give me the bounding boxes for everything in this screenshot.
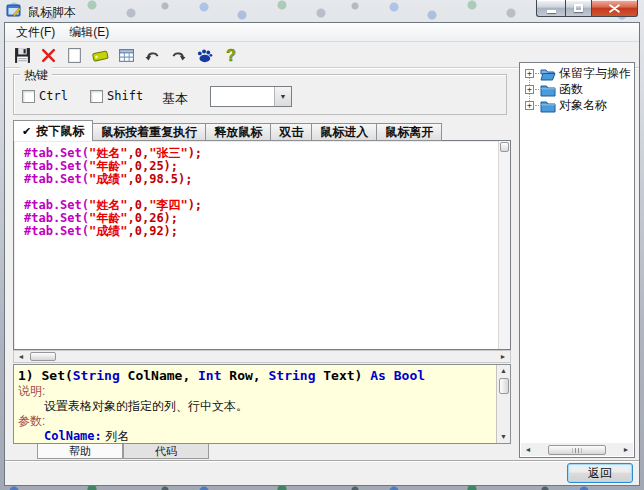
scroll-right-icon[interactable]: ► — [496, 353, 510, 360]
shift-checkbox[interactable]: Shift — [90, 89, 143, 103]
code-token: ,0,92); — [127, 224, 178, 238]
scrollbar-track[interactable] — [535, 445, 619, 455]
chevron-down-icon[interactable]: ▼ — [274, 87, 291, 106]
event-tab-4[interactable]: 鼠标进入 — [312, 123, 377, 141]
ctrl-checkbox[interactable]: Ctrl — [22, 89, 68, 103]
tree-item-2[interactable]: +对象名称 — [520, 97, 634, 113]
code-text[interactable]: #tab.Set("姓名",0,"张三");#tab.Set("年龄",0,25… — [24, 147, 496, 349]
scroll-up-icon[interactable]: ▲ — [497, 365, 510, 377]
event-tab-3[interactable]: 双击 — [271, 123, 312, 141]
event-tab-label: 释放鼠标 — [214, 124, 262, 141]
bottom-tab-help[interactable]: 帮助 — [37, 444, 123, 459]
help-text: 设置表格对象的指定的列、行中文本。 — [44, 399, 248, 413]
save-button[interactable] — [11, 45, 33, 66]
code-token: #tab.Set( — [24, 198, 89, 212]
close-button[interactable] — [592, 0, 638, 17]
folder-closed-icon — [540, 99, 556, 112]
scroll-left-icon[interactable]: ◄ — [521, 446, 535, 453]
footer-divider — [5, 460, 639, 462]
minimize-button[interactable] — [536, 0, 565, 17]
event-tab-0[interactable]: ✔按下鼠标 — [13, 120, 93, 141]
editor-horizontal-scrollbar[interactable]: ◄ ► — [13, 350, 511, 363]
delete-button[interactable] — [37, 45, 59, 66]
checkbox-box-icon — [90, 90, 103, 103]
titlebar[interactable]: 鼠标脚本 — [0, 0, 644, 22]
hotkey-dropdown-value — [211, 87, 274, 106]
help-signature-token: ColName, — [120, 368, 198, 383]
code-token: "姓名" — [89, 198, 127, 212]
scrollbar-thumb[interactable] — [500, 142, 509, 152]
code-token: #tab.Set( — [24, 159, 89, 173]
menu-item-0[interactable]: 文件(F) — [9, 22, 62, 43]
code-token: "李四" — [149, 198, 187, 212]
scrollbar-thumb[interactable] — [548, 445, 606, 455]
paw-button[interactable] — [193, 45, 215, 66]
reference-tree-panel: +保留字与操作+函数+对象名称 ◄ ► — [519, 62, 635, 458]
code-token: ,0,26); — [127, 211, 178, 225]
code-token: "成绩" — [89, 224, 127, 238]
tree-item-label: 保留字与操作 — [559, 65, 631, 82]
help-panel: 1) Set(String ColName, Int Row, String T… — [13, 364, 511, 444]
code-token: #tab.Set( — [24, 224, 89, 238]
tree-item-label: 对象名称 — [559, 97, 607, 114]
scroll-right-icon[interactable]: ► — [619, 446, 633, 453]
menu-item-1[interactable]: 编辑(E) — [62, 22, 116, 43]
expand-plus-icon[interactable]: + — [525, 101, 534, 110]
help-signature-token: Row, — [222, 368, 269, 383]
window-title: 鼠标脚本 — [28, 4, 76, 21]
code-token: "成绩" — [89, 172, 127, 186]
editor-vertical-scrollbar[interactable] — [498, 141, 510, 349]
expand-plus-icon[interactable]: + — [525, 69, 534, 78]
event-tab-1[interactable]: 鼠标按着重复执行 — [93, 123, 206, 141]
tree-item-1[interactable]: +函数 — [520, 81, 634, 97]
code-token: ,0,25); — [127, 159, 178, 173]
tree-connector — [535, 89, 539, 90]
folder-closed-icon — [540, 83, 556, 96]
new-button[interactable] — [63, 45, 85, 66]
help-signature: 1) Set(String ColName, Int Row, String T… — [14, 365, 510, 384]
close-icon — [609, 4, 620, 13]
scroll-left-icon[interactable]: ◄ — [14, 353, 28, 360]
code-token: #tab.Set( — [24, 211, 89, 225]
help-button[interactable]: ? — [219, 45, 241, 66]
shift-checkbox-label: Shift — [107, 89, 143, 103]
code-token: "年龄" — [89, 211, 127, 225]
help-vertical-scrollbar[interactable]: ▲ ▼ — [496, 365, 510, 443]
help-text: ColName: — [44, 429, 102, 443]
scroll-down-icon[interactable]: ▼ — [497, 431, 510, 443]
maximize-icon — [574, 4, 583, 12]
tree-item-0[interactable]: +保留字与操作 — [520, 65, 634, 81]
event-tab-5[interactable]: 鼠标离开 — [377, 123, 442, 141]
scrollbar-thumb[interactable] — [499, 378, 509, 394]
redo-icon — [170, 47, 187, 64]
expand-plus-icon[interactable]: + — [525, 85, 534, 94]
code-token: ,0, — [127, 198, 149, 212]
event-tab-label: 双击 — [279, 124, 303, 141]
help-signature-token: String — [73, 368, 120, 383]
return-button[interactable]: 返回 — [567, 463, 633, 483]
menu-bar: 文件(F)编辑(E) — [5, 23, 639, 42]
client-area: 文件(F)编辑(E) ? 热键 Ctrl Shift 基本 ▼ ✔按下鼠标鼠标 — [4, 22, 640, 486]
checkmark-icon: ✔ — [22, 125, 31, 138]
code-editor[interactable]: #tab.Set("姓名",0,"张三");#tab.Set("年龄",0,25… — [13, 140, 511, 350]
svg-text:?: ? — [226, 47, 236, 64]
bottom-tab-strip: 帮助代码 — [13, 444, 209, 459]
table-button[interactable] — [115, 45, 137, 66]
hotkey-dropdown[interactable]: ▼ — [210, 86, 292, 107]
maximize-button[interactable] — [565, 0, 592, 17]
ctrl-checkbox-label: Ctrl — [39, 89, 68, 103]
redo-button[interactable] — [167, 45, 189, 66]
bottom-tab-code[interactable]: 代码 — [123, 444, 209, 459]
app-icon — [6, 3, 22, 19]
checkbox-box-icon — [22, 90, 35, 103]
help-line-2: 参数: — [14, 414, 510, 429]
undo-button[interactable] — [141, 45, 163, 66]
tag-button[interactable] — [89, 45, 111, 66]
event-tab-label: 按下鼠标 — [36, 123, 84, 140]
event-tab-strip: ✔按下鼠标鼠标按着重复执行释放鼠标双击鼠标进入鼠标离开 — [13, 120, 442, 141]
tree-horizontal-scrollbar[interactable]: ◄ ► — [521, 443, 633, 456]
event-tab-2[interactable]: 释放鼠标 — [206, 123, 271, 141]
help-signature-token: As Bool — [370, 368, 425, 383]
hotkey-group-label: 热键 — [20, 67, 52, 84]
scrollbar-thumb[interactable] — [30, 352, 56, 361]
